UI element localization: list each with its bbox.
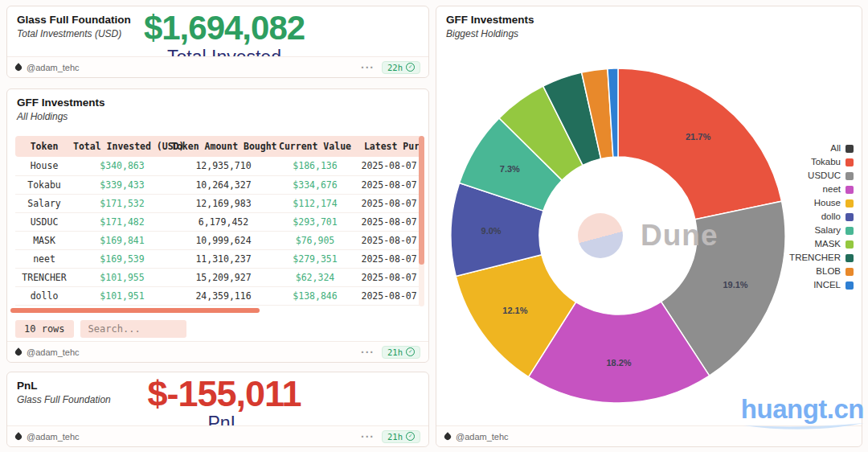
table-cell: 2025-08-07 1 xyxy=(354,175,421,194)
refresh-time-label: 21h xyxy=(387,432,403,442)
table-cell: Salary xyxy=(15,194,73,212)
card-title: Glass Full Foundation xyxy=(17,14,131,26)
donut-slice-label: 19.1% xyxy=(723,280,747,290)
legend-swatch xyxy=(845,158,854,166)
refresh-time-badge[interactable]: 21h xyxy=(382,346,420,359)
table-cell: $76,905 xyxy=(276,231,354,249)
legend-label: neet xyxy=(823,184,841,195)
legend-item-usduc[interactable]: USDUC xyxy=(808,171,854,181)
card-title: GFF Investments xyxy=(17,97,105,109)
legend-label: dollo xyxy=(821,212,841,222)
legend-item-blob[interactable]: BLOB xyxy=(816,266,854,277)
column-header-token[interactable]: Token xyxy=(15,136,73,157)
table-cell: neet xyxy=(15,249,73,268)
table-horizontal-scrollbar[interactable] xyxy=(10,308,260,313)
holdings-donut-chart: 21.7%19.1%18.2%12.1%9.0%7.3% xyxy=(445,63,791,409)
table-vertical-scrollbar[interactable] xyxy=(419,136,424,306)
table-cell: $138,846 xyxy=(276,286,354,305)
table-cell: $339,433 xyxy=(73,175,171,194)
legend-item-salary[interactable]: Salary xyxy=(814,225,854,236)
author-link[interactable]: @adam_tehc xyxy=(444,432,509,442)
legend-item-tokabu[interactable]: Tokabu xyxy=(811,157,854,167)
card-footer: @adam_tehc ··· 22h xyxy=(7,56,428,77)
author-link[interactable]: @adam_tehc xyxy=(15,63,80,72)
donut-slice-label: 18.2% xyxy=(606,358,631,368)
legend-swatch xyxy=(845,268,854,276)
check-circle-icon xyxy=(406,63,415,72)
table-row: USDUC$171,4826,179,452$293,7012025-08-07… xyxy=(15,212,421,231)
refresh-time-label: 21h xyxy=(387,347,403,357)
table-row: MASK$169,84110,999,624$76,9052025-08-07 … xyxy=(15,231,421,249)
legend-label: MASK xyxy=(814,239,841,249)
dune-drop-icon xyxy=(14,347,23,356)
legend-swatch xyxy=(845,254,854,262)
legend-label: INCEL xyxy=(813,280,841,290)
legend-swatch xyxy=(845,281,854,290)
table-cell: House xyxy=(15,157,73,175)
column-header-total-invested-usd-[interactable]: Total Invested (USD) xyxy=(73,136,171,157)
legend-label: Tokabu xyxy=(811,157,841,167)
card-footer: @adam_tehc ··· 21h xyxy=(7,425,428,446)
check-circle-icon xyxy=(406,347,415,356)
author-handle: @adam_tehc xyxy=(456,432,509,442)
donut-slice-label: 7.3% xyxy=(500,164,520,174)
donut-slice-tokabu[interactable] xyxy=(618,68,782,220)
dune-drop-icon xyxy=(443,432,452,441)
legend-item-house[interactable]: House xyxy=(814,198,854,208)
card-subtitle: Total Investments (USD) xyxy=(17,28,131,39)
legend-label: House xyxy=(814,198,841,208)
legend-item-dollo[interactable]: dollo xyxy=(821,212,854,222)
legend-item-trencher[interactable]: TRENCHER xyxy=(789,253,854,263)
legend-swatch xyxy=(845,199,854,208)
table-search-input[interactable] xyxy=(80,320,186,338)
more-options-button[interactable]: ··· xyxy=(361,433,375,441)
column-header-current-value[interactable]: Current Value xyxy=(276,136,354,157)
legend-label: Salary xyxy=(814,225,841,236)
table-cell: 10,264,327 xyxy=(171,175,276,194)
more-options-button[interactable]: ··· xyxy=(361,348,375,356)
table-cell: $101,955 xyxy=(73,268,171,286)
refresh-time-badge[interactable]: 21h xyxy=(382,430,420,443)
table-cell: $293,701 xyxy=(276,212,354,231)
column-header-token-amount-bought[interactable]: Token Amount Bought xyxy=(171,136,276,157)
card-footer: @adam_tehc ··· 21h xyxy=(7,341,428,362)
legend-item-incel[interactable]: INCEL xyxy=(813,280,854,290)
legend-swatch xyxy=(845,227,854,235)
table-cell: Tokabu xyxy=(15,175,73,194)
legend-swatch xyxy=(845,213,854,221)
author-handle: @adam_tehc xyxy=(27,63,80,72)
footer-actions: ··· 21h xyxy=(361,430,420,443)
table-row: TRENCHER$101,95515,209,927$62,3242025-08… xyxy=(15,268,421,286)
author-link[interactable]: @adam_tehc xyxy=(15,347,80,357)
card-footer: @adam_tehc xyxy=(436,425,862,446)
column-header-latest-purc[interactable]: Latest Purc xyxy=(354,136,421,157)
card-title: GFF Investments xyxy=(446,14,534,26)
rows-per-page-select[interactable]: 10 rows xyxy=(15,320,74,338)
legend-label: BLOB xyxy=(816,266,841,277)
table-cell: $171,482 xyxy=(73,212,171,231)
legend-item-neet[interactable]: neet xyxy=(823,184,854,195)
table-row: neet$169,53911,310,237$279,3512025-08-07… xyxy=(15,249,421,268)
table-cell: $279,351 xyxy=(276,249,354,268)
table-cell: $186,136 xyxy=(276,157,354,175)
table-row: dollo$101,95124,359,116$138,8462025-08-0… xyxy=(15,286,421,305)
legend-item-mask[interactable]: MASK xyxy=(814,239,854,249)
legend-swatch xyxy=(845,186,854,194)
table-cell: 15,209,927 xyxy=(171,268,276,286)
table-row: Salary$171,53212,169,983$112,1742025-08-… xyxy=(15,194,421,212)
table-cell: 2025-08-07 2 xyxy=(354,157,421,175)
scrollbar-thumb[interactable] xyxy=(419,136,424,265)
more-options-button[interactable]: ··· xyxy=(361,64,375,72)
table-cell: 10,999,624 xyxy=(171,231,276,249)
author-link[interactable]: @adam_tehc xyxy=(15,432,80,442)
table-row: Tokabu$339,43310,264,327$334,6762025-08-… xyxy=(15,175,421,194)
total-invested-value: $1,694,082 xyxy=(96,9,353,47)
table-cell: 2025-08-07 2 xyxy=(354,194,421,212)
author-handle: @adam_tehc xyxy=(27,432,80,442)
legend-item-all[interactable]: All xyxy=(830,143,854,154)
refresh-time-badge[interactable]: 22h xyxy=(382,61,420,74)
refresh-time-label: 22h xyxy=(387,63,403,72)
legend-swatch xyxy=(845,172,854,180)
table-cell: $171,532 xyxy=(73,194,171,212)
card-title: PnL xyxy=(17,380,111,392)
